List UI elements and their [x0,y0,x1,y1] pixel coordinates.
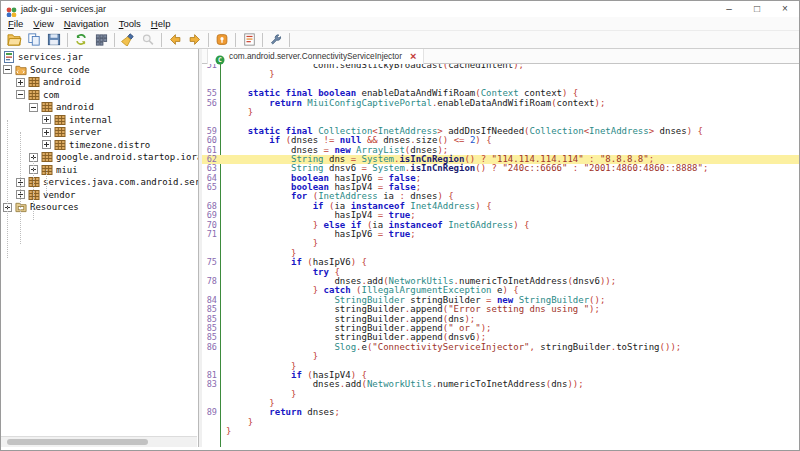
collapse-handle-icon[interactable] [3,65,12,74]
line-number [202,352,217,361]
maximize-button[interactable]: □ [743,1,771,17]
tab-connectivity-service-injector[interactable]: C com.android.server.ConnectivityService… [207,49,424,64]
toolbar-separator [67,33,68,47]
line-number [202,418,217,427]
expand-handle-icon[interactable] [16,78,25,87]
package-icon [54,126,66,138]
tree-node-com[interactable]: com [1,89,198,102]
close-button[interactable]: × [771,1,799,17]
tree-node-label: android [56,102,94,112]
code-line[interactable]: 56 return MiuiConfigCaptivePortal.enable… [202,99,799,108]
line-number: 56 [202,99,217,108]
tree-node-android[interactable]: android [1,101,198,114]
tree-guide-line [46,170,47,195]
tree-node-label: Source code [30,65,90,75]
package-icon [41,151,53,163]
tree-node-services-java-com-android-server[interactable]: services.java.com.android.server. [1,176,198,189]
code-line[interactable]: } [202,70,799,79]
line-text [217,80,226,89]
log-viewer-button[interactable] [239,31,259,48]
line-number: 83 [202,380,217,389]
line-number [202,390,217,399]
forward-button[interactable] [185,31,205,48]
minimize-button[interactable]: – [715,1,743,17]
code-line[interactable]: 89 return dnses; [202,408,799,417]
tree-horizontal-scrollbar[interactable] [1,436,197,447]
back-button[interactable] [165,31,185,48]
package-icon [28,189,40,201]
expand-handle-icon[interactable] [42,128,51,137]
folder-source-icon [15,64,27,76]
flat-packages-button[interactable] [91,31,111,48]
line-number [202,70,217,79]
collapse-handle-icon[interactable] [16,90,25,99]
code-line[interactable]: } [202,390,799,399]
line-number: 71 [202,230,217,239]
toolbar-separator [161,33,162,47]
tree-node-label: timezone.distro [69,140,150,150]
menu-file[interactable]: File [3,18,28,29]
line-number: 89 [202,408,217,417]
code-area[interactable]: 51 conn.sendStickyBroadcast(cachedIntent… [202,64,799,447]
tree-node-label: google.android.startop.iorap [56,152,199,162]
tree-node-label: server [69,127,102,137]
menu-help[interactable]: Help [146,18,176,29]
jar-icon [3,51,15,63]
tree-node-label: miui [56,165,78,175]
code-line[interactable]: } [202,108,799,117]
line-number: 65 [202,183,217,192]
editor-panel: C com.android.server.ConnectivityService… [202,49,799,447]
toolbar-separator [114,33,115,47]
tree-node-android[interactable]: android [1,76,198,89]
tree-guide-line [33,157,34,220]
package-icon [28,176,40,188]
project-tree-panel: services.jarSource codeandroidcomandroid… [1,49,199,447]
menu-view[interactable]: View [28,18,58,29]
project-tree: services.jarSource codeandroidcomandroid… [1,51,198,214]
line-text: } [217,108,253,117]
package-icon [54,139,66,151]
text-search-button[interactable] [118,31,138,48]
line-number: 75 [202,258,217,267]
code-lines: 51 conn.sendStickyBroadcast(cachedIntent… [202,64,799,437]
main-area: services.jarSource codeandroidcomandroid… [1,49,799,447]
tree-node-label: com [43,90,59,100]
class-icon: C [215,51,225,61]
save-all-button[interactable] [44,31,64,48]
tree-node-source-code[interactable]: Source code [1,64,198,77]
tree-node-timezone-distro[interactable]: timezone.distro [1,139,198,152]
collapse-handle-icon[interactable] [29,103,38,112]
tree-node-resources[interactable]: Resources [1,201,198,214]
class-search-button[interactable] [138,31,158,48]
tree-guide-line [7,120,8,258]
tree-node-label: Resources [30,202,79,212]
deobfuscation-button[interactable] [212,31,232,48]
line-number: 86 [202,343,217,352]
add-files-button[interactable] [24,31,44,48]
expand-handle-icon[interactable] [42,115,51,124]
line-text: } [217,70,275,79]
tree-scrollbar-thumb[interactable] [7,439,148,445]
code-line[interactable]: } [202,427,799,436]
line-text [217,117,226,126]
tree-node-google-android-startop-iorap[interactable]: google.android.startop.iorap [1,151,198,164]
tree-node-miui[interactable]: miui [1,164,198,177]
tree-node-internal[interactable]: internal [1,114,198,127]
code-line[interactable]: } [202,418,799,427]
tree-node-vendor[interactable]: vendor [1,189,198,202]
tab-close-icon[interactable]: × [410,51,416,61]
menu-tools[interactable]: Tools [114,18,146,29]
open-file-button[interactable] [4,31,24,48]
editor-tab-bar: C com.android.server.ConnectivityService… [202,49,799,64]
tree-node-label: services.java.com.android.server. [43,177,199,187]
line-number [202,108,217,117]
tree-node-services-jar[interactable]: services.jar [1,51,198,64]
tab-label: com.android.server.ConnectivityServiceIn… [229,51,402,61]
tree-node-server[interactable]: server [1,126,198,139]
preferences-button[interactable] [266,31,286,48]
resources-icon [15,201,27,213]
reload-button[interactable] [71,31,91,48]
toolbar-separator [208,33,209,47]
menu-navigation[interactable]: Navigation [59,18,114,29]
expand-handle-icon[interactable] [42,140,51,149]
